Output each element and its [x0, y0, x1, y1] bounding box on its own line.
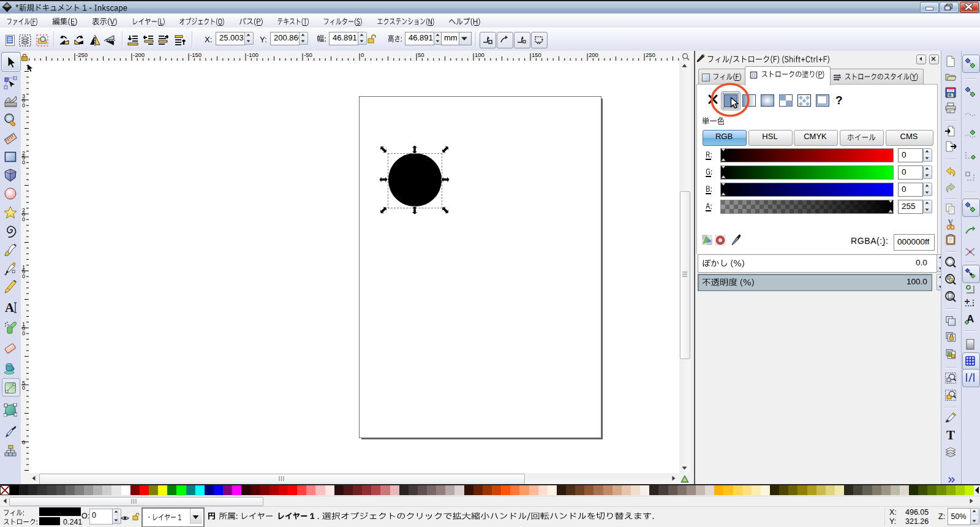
svg-text:0: 0	[22, 330, 25, 336]
svg-text:-250: -250	[76, 52, 88, 58]
svg-text:-200: -200	[133, 52, 145, 58]
svg-text:0: 0	[361, 52, 364, 58]
svg-text:-150: -150	[190, 52, 202, 58]
svg-text:-50: -50	[304, 52, 312, 58]
svg-text:0: 0	[22, 159, 25, 165]
svg-text:250: 250	[646, 52, 655, 58]
svg-text:150: 150	[532, 52, 541, 58]
svg-text:T: T	[946, 429, 955, 441]
svg-text:100: 100	[475, 52, 484, 58]
svg-text:0: 0	[22, 273, 25, 279]
svg-text:-100: -100	[247, 52, 258, 58]
svg-text:0: 0	[22, 102, 25, 108]
svg-text:0: 0	[22, 216, 25, 222]
svg-text:0: 0	[22, 439, 25, 445]
svg-text:0: 0	[22, 385, 25, 391]
svg-text:200: 200	[589, 52, 598, 58]
svg-text:50: 50	[418, 52, 424, 58]
svg-text:A: A	[5, 301, 15, 314]
